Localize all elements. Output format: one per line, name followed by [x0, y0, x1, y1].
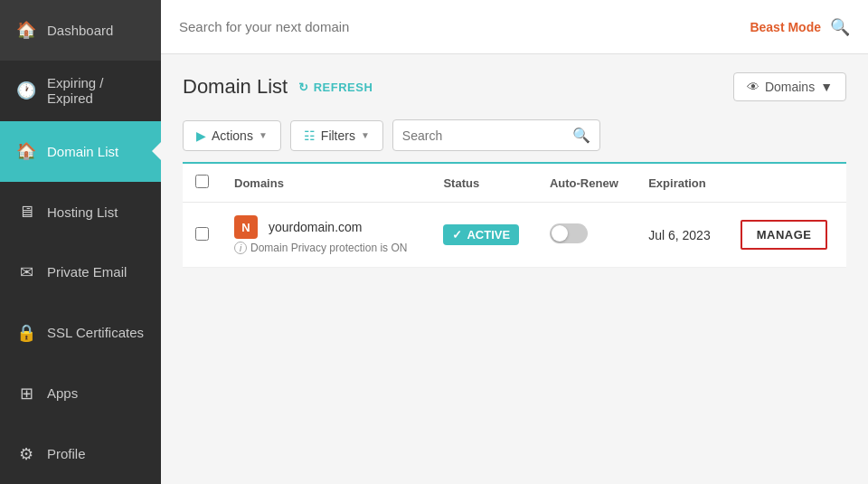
search-icon: 🔍: [572, 127, 590, 144]
refresh-label: REFRESH: [314, 81, 373, 94]
search-bar: 🔍: [392, 119, 600, 151]
domain-cell: N yourdomain.com i Domain Privacy protec…: [222, 203, 430, 268]
sidebar-item-label: Private Email: [47, 264, 127, 280]
eye-icon: 👁: [747, 80, 760, 94]
sidebar-item-dashboard[interactable]: 🏠 Dashboard: [0, 0, 161, 61]
sidebar-item-private-email[interactable]: ✉ Private Email: [0, 242, 161, 303]
sidebar-item-hosting-list[interactable]: 🖥 Hosting List: [0, 182, 161, 242]
filter-icon: ☷: [304, 128, 316, 143]
col-header-auto-renew: Auto-Renew: [537, 163, 636, 203]
sidebar-item-label: Domain List: [47, 144, 118, 159]
filters-label: Filters: [321, 128, 355, 143]
play-icon: ▶: [196, 128, 206, 143]
domains-dropdown-button[interactable]: 👁 Domains ▼: [733, 72, 846, 101]
row-checkbox[interactable]: [195, 227, 209, 241]
actions-button[interactable]: ▶ Actions ▼: [183, 120, 281, 151]
clock-icon: 🕐: [16, 81, 36, 100]
refresh-icon: ↻: [298, 81, 309, 94]
auto-renew-cell: [537, 203, 636, 268]
page-title: Domain List: [183, 75, 288, 99]
col-header-expiration: Expiration: [636, 163, 728, 203]
domain-list-title-group: Domain List ↻ REFRESH: [183, 75, 373, 99]
home-icon: 🏠: [16, 141, 36, 161]
status-cell: ✓ ACTIVE: [430, 203, 536, 268]
info-icon: i: [234, 242, 247, 254]
lock-icon: 🔒: [16, 323, 36, 343]
col-header-status: Status: [430, 163, 536, 203]
gear-icon: ⚙: [16, 444, 36, 464]
email-icon: ✉: [16, 262, 36, 282]
server-icon: 🖥: [16, 202, 36, 222]
domain-name-cell: N yourdomain.com i Domain Privacy protec…: [234, 215, 418, 254]
domain-list-header: Domain List ↻ REFRESH 👁 Domains ▼: [183, 72, 846, 101]
col-header-domains: Domains: [222, 163, 430, 203]
manage-button[interactable]: MANAGE: [741, 220, 828, 250]
sidebar-item-label: Dashboard: [47, 23, 113, 38]
content-area: Domain List ↻ REFRESH 👁 Domains ▼ ▶ Acti…: [161, 54, 868, 484]
action-cell: MANAGE: [728, 203, 846, 268]
status-label: ACTIVE: [467, 228, 510, 242]
main-content: Beast Mode 🔍 Domain List ↻ REFRESH 👁 Dom…: [161, 0, 868, 484]
actions-label: Actions: [212, 128, 253, 143]
sidebar-item-profile[interactable]: ⚙ Profile: [0, 423, 161, 484]
chevron-down-icon: ▼: [259, 130, 268, 140]
domains-dropdown-label: Domains: [765, 80, 815, 94]
filters-button[interactable]: ☷ Filters ▼: [290, 120, 383, 151]
sidebar-item-label: Profile: [47, 446, 86, 461]
domain-name[interactable]: yourdomain.com: [269, 220, 363, 234]
table-row: N yourdomain.com i Domain Privacy protec…: [183, 203, 846, 268]
beast-mode-button[interactable]: Beast Mode: [750, 20, 821, 34]
chevron-down-icon: ▼: [361, 130, 370, 140]
domain-privacy: i Domain Privacy protection is ON: [234, 242, 407, 254]
sidebar: 🏠 Dashboard 🕐 Expiring / Expired 🏠 Domai…: [0, 0, 161, 484]
sidebar-item-label: Apps: [47, 385, 78, 401]
search-input[interactable]: [402, 128, 567, 143]
top-bar: Beast Mode 🔍: [161, 0, 868, 54]
privacy-text: Domain Privacy protection is ON: [250, 242, 407, 254]
sidebar-item-label: SSL Certificates: [47, 325, 144, 340]
status-badge: ✓ ACTIVE: [443, 224, 519, 245]
col-header-checkbox: [183, 163, 222, 203]
select-all-checkbox[interactable]: [195, 175, 209, 188]
toolbar: ▶ Actions ▼ ☷ Filters ▼ 🔍: [183, 119, 846, 162]
auto-renew-toggle[interactable]: [550, 223, 588, 243]
apps-icon: ⊞: [16, 384, 36, 403]
toggle-knob: [552, 225, 568, 242]
top-search-input[interactable]: [179, 19, 741, 34]
sidebar-item-label: Expiring / Expired: [47, 75, 145, 106]
sidebar-item-ssl-certificates[interactable]: 🔒 SSL Certificates: [0, 302, 161, 363]
expiration-cell: Jul 6, 2023: [636, 203, 728, 268]
sidebar-item-apps[interactable]: ⊞ Apps: [0, 363, 161, 423]
search-icon: 🔍: [830, 18, 850, 36]
sidebar-item-domain-list[interactable]: 🏠 Domain List: [0, 121, 161, 182]
search-button[interactable]: 🔍: [830, 17, 850, 37]
chevron-down-icon: ▼: [820, 80, 833, 94]
sidebar-item-label: Hosting List: [47, 204, 118, 220]
row-checkbox-cell: [183, 203, 222, 268]
domain-logo: N: [234, 215, 258, 239]
domain-name-row: N yourdomain.com: [234, 215, 363, 239]
refresh-button[interactable]: ↻ REFRESH: [298, 81, 373, 94]
check-icon: ✓: [452, 228, 462, 242]
col-header-action: [728, 163, 846, 203]
sidebar-item-expiring-expired[interactable]: 🕐 Expiring / Expired: [0, 61, 161, 121]
domain-table: Domains Status Auto-Renew Expiration: [183, 162, 846, 268]
expiration-date: Jul 6, 2023: [648, 228, 711, 242]
dashboard-icon: 🏠: [16, 20, 36, 40]
